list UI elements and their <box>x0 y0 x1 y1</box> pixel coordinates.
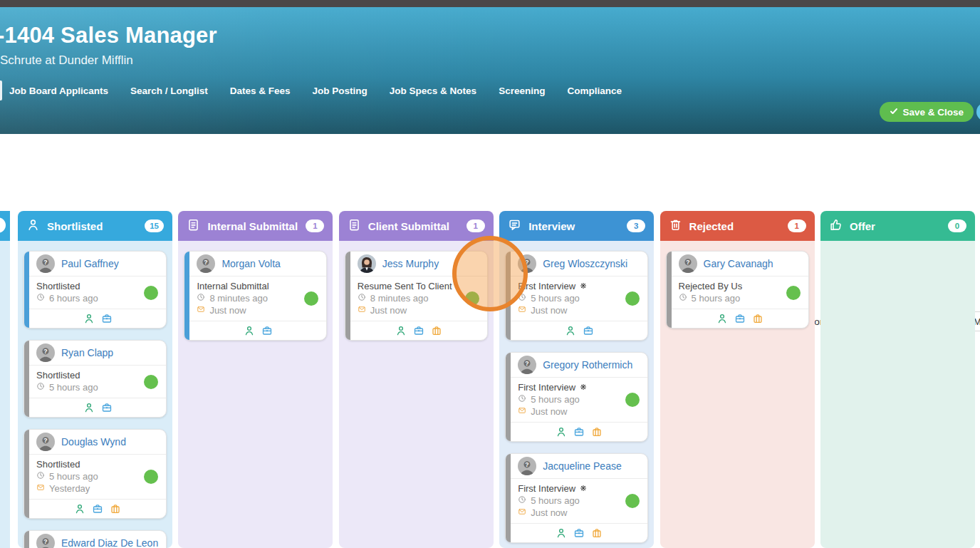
candidate-card[interactable]: ?Gregory RothermichFirst Interview5 hour… <box>505 352 648 442</box>
clock-icon <box>36 470 45 482</box>
candidate-card[interactable]: ?Morgan VoltaInternal Submittal8 minutes… <box>184 251 327 341</box>
column-header: Rejected1 <box>660 211 815 241</box>
tab-dates-fees[interactable]: Dates & Fees <box>230 86 291 96</box>
card-accent-bar <box>345 252 350 340</box>
person-icon <box>26 218 40 234</box>
save-close-label: Save & Close <box>902 107 964 118</box>
person-icon[interactable] <box>74 503 85 515</box>
candidate-card[interactable]: Jess MurphyResume Sent To Client8 minute… <box>345 251 488 341</box>
card-status: Resume Sent To Client <box>358 280 480 292</box>
timestamp-text: 5 hours ago <box>49 470 98 482</box>
card-timestamp: 5 hours ago <box>518 495 640 507</box>
column-label: Interview <box>528 220 575 232</box>
briefcase-icon[interactable] <box>583 325 594 336</box>
job-header: -1404 Sales Manager Schrute at Dunder Mi… <box>0 7 980 141</box>
briefcase-icon[interactable] <box>573 527 585 539</box>
card-header: Jess Murphy <box>350 252 487 276</box>
tab-job-board-applicants[interactable]: Job Board Applicants <box>9 86 108 96</box>
person-icon[interactable] <box>556 426 567 438</box>
briefcase-icon[interactable] <box>92 503 103 515</box>
svg-text:?: ? <box>526 259 529 266</box>
tab-job-specs-notes[interactable]: Job Specs & Notes <box>390 86 476 96</box>
tab-compliance[interactable]: Compliance <box>567 86 622 96</box>
status-dot <box>786 286 801 300</box>
briefcase-icon[interactable] <box>101 402 113 413</box>
document-icon <box>187 218 200 234</box>
candidate-name-link[interactable]: Paul Gaffney <box>61 258 119 269</box>
gear-icon[interactable] <box>580 280 587 292</box>
person-icon[interactable] <box>83 313 95 324</box>
timestamp-text: Just now <box>531 405 567 418</box>
avatar: ? <box>36 534 55 548</box>
avatar: ? <box>518 457 536 475</box>
candidate-card[interactable]: ?Edward Diaz De LeonShortlisted <box>24 530 167 548</box>
partial-round-button[interactable] <box>976 103 980 121</box>
candidate-name-link[interactable]: Edward Diaz De Leon <box>61 537 158 548</box>
gear-icon[interactable] <box>580 482 587 495</box>
column-body: ?Morgan VoltaInternal Submittal8 minutes… <box>178 241 333 548</box>
candidate-card[interactable]: ?Greg WloszczynskiFirst Interview5 hours… <box>505 251 648 341</box>
candidate-card[interactable]: ?Ryan ClappShortlisted5 hours ago <box>24 340 167 418</box>
status-text: Shortlisted <box>36 280 80 292</box>
bag-icon[interactable] <box>591 527 603 539</box>
candidate-name-link[interactable]: Gary Cavanagh <box>704 258 773 269</box>
candidate-card[interactable]: ?Jacqueline PeaseFirst Interview5 hours … <box>505 453 648 543</box>
candidate-name-link[interactable]: Douglas Wynd <box>61 436 126 448</box>
card-body: First Interview5 hours agoJust now <box>511 378 647 422</box>
partial-left-column <box>0 211 10 548</box>
card-status: Shortlisted <box>36 280 159 292</box>
briefcase-icon[interactable] <box>261 325 273 336</box>
briefcase-icon[interactable] <box>573 426 585 438</box>
column-body: Jess MurphyResume Sent To Client8 minute… <box>339 241 494 548</box>
candidate-name-link[interactable]: Gregory Rothermich <box>543 359 632 371</box>
briefcase-icon[interactable] <box>734 313 746 324</box>
candidate-name-link[interactable]: Jess Murphy <box>382 258 439 269</box>
column-internal-submittal: Internal Submittal1?Morgan VoltaInternal… <box>178 211 333 548</box>
page-title: -1404 Sales Manager <box>0 23 217 48</box>
gear-icon[interactable] <box>580 381 587 393</box>
tab-job-posting[interactable]: Job Posting <box>313 86 368 96</box>
status-text: Shortlisted <box>36 369 80 381</box>
bag-icon[interactable] <box>752 313 763 324</box>
candidate-card[interactable]: ?Gary CavanaghRejected By Us5 hours ago <box>666 251 809 329</box>
card-header: ?Douglas Wynd <box>29 430 166 455</box>
candidate-name-link[interactable]: Morgan Volta <box>221 258 281 269</box>
tab-search-longlist[interactable]: Search / Longlist <box>130 86 208 96</box>
timestamp-text: 5 hours ago <box>531 495 580 507</box>
person-icon[interactable] <box>395 325 407 336</box>
column-body: ?Gary CavanaghRejected By Us5 hours ago <box>660 241 815 548</box>
briefcase-icon[interactable] <box>413 325 424 336</box>
column-shortlisted: Shortlisted15?Paul GaffneyShortlisted6 h… <box>18 211 172 548</box>
card-timestamp: 5 hours ago <box>36 470 159 482</box>
status-dot <box>465 291 479 306</box>
card-actions <box>189 321 326 340</box>
candidate-name-link[interactable]: Greg Wloszczynski <box>543 258 627 269</box>
tab-screening[interactable]: Screening <box>499 86 545 96</box>
card-actions <box>672 309 808 328</box>
card-actions <box>29 398 166 417</box>
card-status: Internal Submittal <box>197 280 319 292</box>
card-status: Rejected By Us <box>679 280 801 292</box>
status-text: Internal Submittal <box>197 280 269 292</box>
card-header: ?Paul Gaffney <box>29 252 166 276</box>
bag-icon[interactable] <box>591 426 603 438</box>
person-icon[interactable] <box>565 325 576 336</box>
timestamp-text: Yesterday <box>49 482 90 495</box>
timestamp-text: 5 hours ago <box>531 292 580 304</box>
bag-icon[interactable] <box>110 503 121 515</box>
person-icon[interactable] <box>716 313 728 324</box>
card-timestamp: 8 minutes ago <box>197 292 319 304</box>
card-accent-bar <box>24 531 29 548</box>
column-body: ?Paul GaffneyShortlisted6 hours ago?Ryan… <box>18 241 172 548</box>
person-icon[interactable] <box>83 402 95 413</box>
person-icon[interactable] <box>244 325 255 336</box>
bag-icon[interactable] <box>431 325 442 336</box>
candidate-card[interactable]: ?Douglas WyndShortlisted5 hours agoYeste… <box>24 429 167 519</box>
briefcase-icon[interactable] <box>101 313 113 324</box>
candidate-name-link[interactable]: Jacqueline Pease <box>543 460 622 472</box>
candidate-name-link[interactable]: Ryan Clapp <box>61 347 113 358</box>
svg-text:?: ? <box>43 538 47 545</box>
person-icon[interactable] <box>556 527 567 539</box>
candidate-card[interactable]: ?Paul GaffneyShortlisted6 hours ago <box>24 251 167 329</box>
save-close-button[interactable]: Save & Close <box>880 102 974 122</box>
